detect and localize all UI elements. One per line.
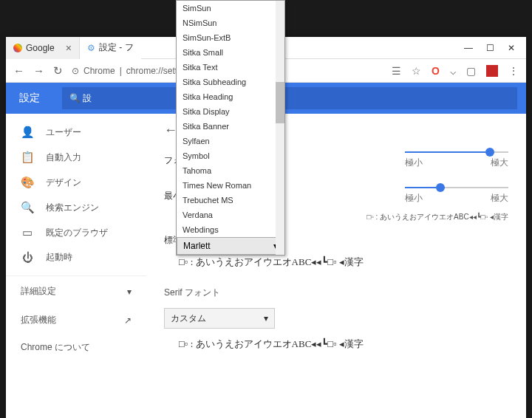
close-icon[interactable]: × [66, 42, 72, 54]
sidebar-item-label: デザイン [46, 177, 81, 189]
forward-icon[interactable]: → [33, 64, 44, 77]
sample-text: □▫ : あいうえおアイウエオABC◂◂┗□▫ ◂漢字 [179, 256, 508, 269]
menu-icon[interactable]: ⋮ [508, 65, 519, 77]
url-sep: | [120, 66, 122, 76]
tab-label: Google [26, 43, 55, 53]
sidebar-item-label: 既定のブラウザ [46, 227, 108, 239]
sidebar-item-label: 検索エンジン [46, 202, 99, 214]
clipboard-icon: 📋 [21, 151, 34, 164]
search-text: 設 [83, 92, 92, 105]
dropdown-item[interactable]: Sitka Display [177, 104, 284, 119]
min-label: 極小 [405, 157, 423, 169]
min-font-slider[interactable]: 極小極大 [405, 187, 508, 205]
font-size-slider[interactable]: 極小極大 [405, 151, 508, 169]
sample-text-serif: □▫ : あいうえおアイウエオABC◂◂┗□▫ ◂漢字 [179, 338, 508, 351]
tab-google[interactable]: Google × [6, 37, 80, 59]
sidebar-item-default[interactable]: ▭既定のブラウザ [6, 220, 146, 245]
search-input[interactable]: 🔍 設 [62, 87, 517, 109]
dropdown-item[interactable]: Verdana [177, 208, 284, 222]
chrome-icon: ⊙ [72, 66, 79, 76]
sidebar-about[interactable]: Chrome について [6, 334, 146, 361]
close-button[interactable]: ✕ [508, 43, 515, 53]
sidebar-advanced[interactable]: 詳細設定▾ [6, 275, 146, 306]
sidebar-item-startup[interactable]: ⏻起動時 [6, 245, 146, 270]
dropdown-item[interactable]: Symbol [177, 148, 284, 163]
serif-font-select[interactable]: カスタム ▾ [164, 308, 275, 329]
min-label: 極小 [405, 192, 423, 205]
dropdown-list[interactable]: SimSunNSimSunSimSun-ExtBSitka SmallSitka… [177, 1, 284, 237]
tab-label: 設定 - フ [99, 41, 134, 54]
sidebar-item-label: 起動時 [46, 251, 72, 264]
external-icon: ↗ [124, 315, 132, 326]
dropdown-item[interactable]: Sylfaen [177, 134, 284, 148]
sidebar-item-autofill[interactable]: 📋自動入力 [6, 145, 146, 170]
sidebar-item-search[interactable]: 🔍検索エンジン [6, 195, 146, 220]
reload-icon[interactable]: ↻ [53, 64, 63, 78]
sidebar-item-label: 自動入力 [46, 151, 81, 164]
maximize-button[interactable]: ☐ [486, 43, 494, 53]
sidebar: 👤ユーザー 📋自動入力 🎨デザイン 🔍検索エンジン ▭既定のブラウザ ⏻起動時 … [6, 114, 146, 418]
search-icon: 🔍 [21, 201, 34, 214]
dropdown-item[interactable]: SimSun-ExtB [177, 30, 284, 45]
dropdown-item[interactable]: Sitka Heading [177, 89, 284, 104]
serif-font-label: Serif フォント [164, 287, 508, 299]
opera-icon[interactable]: O [432, 65, 440, 77]
star-icon[interactable]: ☆ [412, 65, 421, 77]
dropdown-selected[interactable]: Marlett ▾ [177, 237, 284, 255]
scrollbar-thumb[interactable] [276, 82, 284, 123]
sidebar-item-user[interactable]: 👤ユーザー [6, 120, 146, 145]
advanced-label: 詳細設定 [21, 285, 56, 298]
dropdown-item[interactable]: SimSun [177, 1, 284, 16]
dropdown-item[interactable]: Times New Roman [177, 178, 284, 193]
dropdown-item[interactable]: NSimSun [177, 16, 284, 30]
dropdown-item[interactable]: Webdings [177, 222, 284, 237]
dropdown-item[interactable]: Sitka Text [177, 60, 284, 75]
cast-icon[interactable]: ▢ [466, 65, 476, 77]
selected-value: Marlett [183, 241, 211, 251]
chevron-down-icon: ▾ [264, 313, 268, 323]
dropdown-item[interactable]: Sitka Banner [177, 119, 284, 134]
search-icon: 🔍 [69, 93, 81, 103]
window-buttons: — ☐ ✕ [464, 43, 526, 53]
select-value: カスタム [171, 312, 206, 325]
max-label: 極大 [491, 157, 508, 169]
power-icon: ⏻ [21, 251, 34, 264]
avatar[interactable] [486, 65, 498, 77]
chevron-down-icon: ▾ [127, 287, 132, 297]
gear-icon: ⚙ [87, 43, 95, 53]
ext-label: 拡張機能 [21, 314, 56, 326]
back-icon[interactable]: ← [13, 64, 24, 77]
minimize-button[interactable]: — [464, 43, 473, 53]
sidebar-item-label: ユーザー [46, 126, 81, 139]
google-icon [13, 44, 22, 52]
page-title: 設定 [6, 92, 53, 105]
sidebar-extensions[interactable]: 拡張機能↗ [6, 306, 146, 334]
palette-icon: 🎨 [21, 176, 34, 189]
pocket-icon[interactable]: ⌵ [450, 65, 456, 77]
font-dropdown: SimSunNSimSunSimSun-ExtBSitka SmallSitka… [176, 0, 285, 256]
dropdown-item[interactable]: Trebuchet MS [177, 193, 284, 208]
toolbar-right: ☰ ☆ O ⌵ ▢ ⋮ [392, 65, 519, 77]
browser-icon: ▭ [21, 226, 34, 239]
dropdown-item[interactable]: Sitka Subheading [177, 75, 284, 89]
sidebar-item-design[interactable]: 🎨デザイン [6, 170, 146, 195]
url-prefix: Chrome [83, 66, 115, 76]
max-label: 極大 [491, 192, 508, 205]
person-icon: 👤 [21, 126, 34, 139]
list-icon[interactable]: ☰ [392, 65, 401, 77]
dropdown-item[interactable]: Sitka Small [177, 45, 284, 60]
scrollbar[interactable] [276, 1, 284, 256]
dropdown-item[interactable]: Tahoma [177, 163, 284, 178]
tab-settings[interactable]: ⚙ 設定 - フ [80, 37, 141, 59]
about-label: Chrome について [21, 341, 90, 354]
